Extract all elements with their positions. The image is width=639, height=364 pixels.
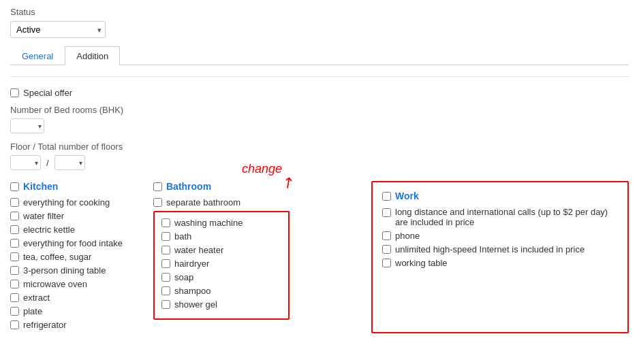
divider	[10, 76, 629, 77]
work-item-1-checkbox[interactable]	[382, 231, 391, 240]
work-title-label: Work	[395, 191, 419, 201]
kitchen-item-5: 3-person dining table	[10, 265, 133, 276]
floor-separator: /	[46, 158, 49, 168]
kitchen-item-9: refrigerator	[10, 320, 133, 330]
work-item-3-label: working table	[395, 258, 448, 268]
work-item-2-label: unlimited high-speed Internet is include…	[395, 244, 585, 254]
bathroom-item-0: washing machine	[161, 218, 281, 228]
change-annotation: change	[242, 162, 282, 176]
bedrooms-label: Number of Bed rooms (BHK)	[10, 105, 629, 115]
work-item-0: long distance and international calls (u…	[382, 207, 618, 227]
bathroom-item-0-label: washing machine	[174, 218, 243, 228]
tab-general[interactable]: General	[10, 46, 65, 65]
kitchen-item-2-checkbox[interactable]	[10, 225, 19, 234]
status-label: Status	[10, 7, 629, 17]
kitchen-item-8-label: plate	[23, 306, 42, 316]
kitchen-item-6-checkbox[interactable]	[10, 280, 19, 288]
kitchen-title: Kitchen	[10, 181, 133, 192]
work-checkbox[interactable]	[382, 192, 391, 201]
kitchen-item-4-checkbox[interactable]	[10, 252, 19, 261]
special-offer-row: Special offer	[10, 88, 629, 98]
bathroom-item-2: water heater	[161, 245, 281, 255]
work-item-1-label: phone	[395, 231, 420, 241]
bathroom-item-3: hairdryer	[161, 259, 281, 269]
bathroom-separate: separate bathroom	[153, 197, 290, 208]
kitchen-item-6: microwave oven	[10, 279, 133, 289]
kitchen-item-7: extract	[10, 293, 133, 303]
kitchen-checkbox[interactable]	[10, 182, 19, 191]
floor-row: 12345 / 12345	[10, 155, 629, 170]
total-floor-select-wrapper: 12345	[54, 155, 85, 170]
bathroom-item-6-checkbox[interactable]	[161, 300, 170, 309]
kitchen-item-1-label: water filter	[23, 211, 64, 221]
tab-addition[interactable]: Addition	[65, 46, 120, 65]
bathroom-item-5-checkbox[interactable]	[161, 286, 170, 295]
bathroom-item-5: shampoo	[161, 286, 281, 296]
total-floors-select[interactable]: 12345	[54, 155, 85, 170]
bathroom-item-4: soap	[161, 272, 281, 282]
work-item-0-label: long distance and international calls (u…	[395, 207, 618, 227]
bathroom-item-4-label: soap	[174, 272, 193, 282]
work-item-1: phone	[382, 231, 618, 241]
special-offer-label: Special offer	[23, 88, 72, 98]
floor-label: Floor / Total number of floors	[10, 142, 629, 152]
bedrooms-section: Number of Bed rooms (BHK) 1 2 3 4	[10, 105, 629, 133]
bathroom-item-1-label: bath	[174, 231, 191, 242]
bathroom-item-3-checkbox[interactable]	[161, 259, 170, 268]
bathroom-item-2-checkbox[interactable]	[161, 246, 170, 254]
bathroom-title-label: Bathroom	[166, 181, 211, 192]
kitchen-item-3-label: everything for food intake	[23, 238, 123, 248]
kitchen-item-5-checkbox[interactable]	[10, 266, 19, 275]
content-grid: change ↙ Kitchen everything for cooking …	[10, 181, 629, 333]
bathroom-separate-label: separate bathroom	[166, 197, 240, 208]
bathroom-title: Bathroom	[153, 181, 290, 192]
kitchen-title-label: Kitchen	[23, 181, 58, 192]
work-item-3: working table	[382, 258, 618, 268]
bathroom-item-3-label: hairdryer	[174, 259, 209, 269]
kitchen-item-3-checkbox[interactable]	[10, 239, 19, 248]
floor-section: Floor / Total number of floors 12345 / 1…	[10, 142, 629, 170]
bathroom-section: Bathroom separate bathroom washing machi…	[153, 181, 290, 333]
kitchen-item-6-label: microwave oven	[23, 279, 87, 289]
kitchen-item-9-checkbox[interactable]	[10, 320, 19, 329]
kitchen-item-7-checkbox[interactable]	[10, 293, 19, 302]
kitchen-item-7-label: extract	[23, 293, 50, 303]
special-offer-checkbox[interactable]	[10, 88, 19, 97]
bathroom-separate-checkbox[interactable]	[153, 198, 162, 207]
bathroom-item-6-label: shower gel	[174, 299, 217, 310]
bathroom-item-4-checkbox[interactable]	[161, 273, 170, 282]
kitchen-item-1-checkbox[interactable]	[10, 212, 19, 220]
work-section: Work long distance and international cal…	[371, 181, 629, 333]
bathroom-item-6: shower gel	[161, 299, 281, 310]
kitchen-item-4-label: tea, coffee, sugar	[23, 252, 91, 262]
status-select-wrapper: Active Inactive ▾	[10, 21, 106, 38]
work-title: Work	[382, 191, 618, 201]
kitchen-item-0-checkbox[interactable]	[10, 198, 19, 207]
bathroom-item-0-checkbox[interactable]	[161, 218, 170, 227]
kitchen-section: Kitchen everything for cooking water fil…	[10, 181, 133, 333]
kitchen-item-3: everything for food intake	[10, 238, 133, 248]
work-item-2: unlimited high-speed Internet is include…	[382, 244, 618, 254]
kitchen-item-0: everything for cooking	[10, 197, 133, 208]
kitchen-item-0-label: everything for cooking	[23, 197, 110, 208]
kitchen-item-8: plate	[10, 306, 133, 316]
kitchen-item-4: tea, coffee, sugar	[10, 252, 133, 262]
kitchen-item-8-checkbox[interactable]	[10, 307, 19, 316]
status-select[interactable]: Active Inactive	[10, 21, 106, 38]
bhk-select-wrapper: 1 2 3 4	[10, 118, 44, 133]
kitchen-item-9-label: refrigerator	[23, 320, 67, 330]
work-item-2-checkbox[interactable]	[382, 245, 391, 254]
kitchen-item-1: water filter	[10, 211, 133, 221]
bedrooms-select[interactable]: 1 2 3 4	[10, 118, 44, 133]
bathroom-item-1-checkbox[interactable]	[161, 232, 170, 241]
bathroom-checkbox[interactable]	[153, 182, 162, 191]
bathroom-item-5-label: shampoo	[174, 286, 211, 296]
kitchen-item-2: electric kettle	[10, 225, 133, 235]
floor-select-wrapper: 12345	[10, 155, 41, 170]
status-section: Status Active Inactive ▾	[10, 7, 629, 38]
work-item-0-checkbox[interactable]	[382, 208, 391, 217]
work-item-3-checkbox[interactable]	[382, 259, 391, 267]
floor-select[interactable]: 12345	[10, 155, 41, 170]
bathroom-item-2-label: water heater	[174, 245, 223, 255]
bathroom-item-1: bath	[161, 231, 281, 242]
